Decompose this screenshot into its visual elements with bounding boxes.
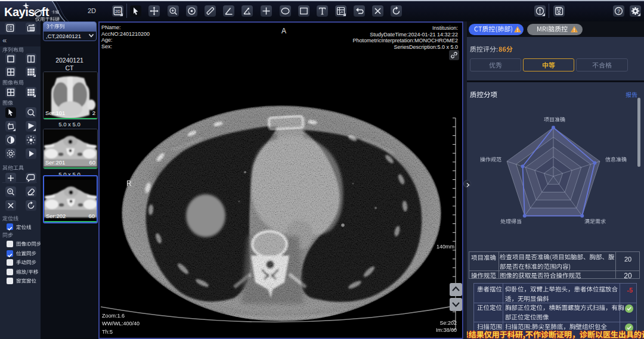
svg-text:2D: 2D bbox=[115, 10, 120, 14]
svg-text:?: ? bbox=[617, 8, 620, 14]
